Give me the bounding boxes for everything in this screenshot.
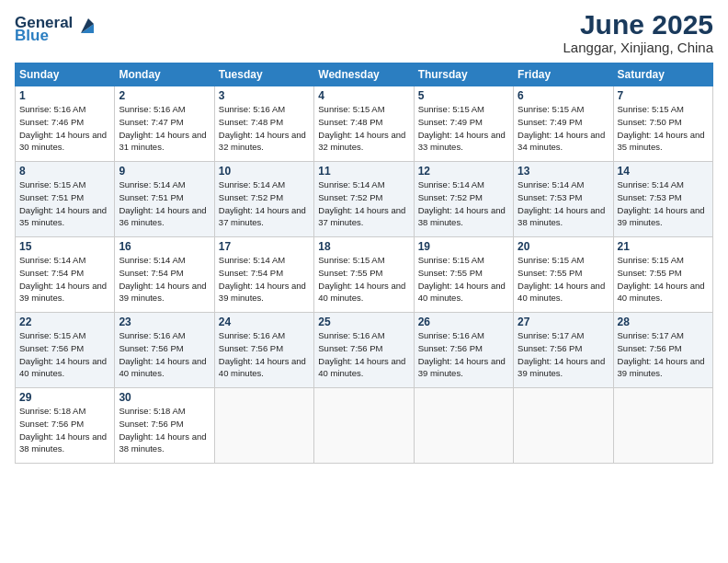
day-number: 27 (518, 316, 609, 328)
calendar-week-1: 1 Sunrise: 5:16 AMSunset: 7:46 PMDayligh… (16, 86, 713, 162)
calendar-cell (613, 388, 712, 464)
calendar-cell: 11 Sunrise: 5:14 AMSunset: 7:52 PMDaylig… (314, 162, 414, 237)
day-number: 17 (219, 240, 310, 253)
day-info: Sunrise: 5:15 AMSunset: 7:55 PMDaylight:… (418, 255, 506, 303)
day-info: Sunrise: 5:14 AMSunset: 7:54 PMDaylight:… (219, 255, 306, 303)
calendar-week-4: 22 Sunrise: 5:15 AMSunset: 7:56 PMDaylig… (16, 313, 713, 388)
day-number: 15 (19, 240, 110, 253)
svg-text:Blue: Blue (15, 27, 49, 42)
day-number: 6 (518, 89, 609, 102)
header: General Blue June 2025 Langgar, Xinjiang… (15, 9, 713, 55)
calendar-cell: 23 Sunrise: 5:16 AMSunset: 7:56 PMDaylig… (115, 313, 214, 388)
calendar-cell: 2 Sunrise: 5:16 AMSunset: 7:47 PMDayligh… (115, 86, 214, 162)
day-number: 5 (418, 89, 509, 102)
calendar-cell: 8 Sunrise: 5:15 AMSunset: 7:51 PMDayligh… (16, 162, 115, 237)
calendar-cell: 16 Sunrise: 5:14 AMSunset: 7:54 PMDaylig… (115, 237, 214, 313)
calendar-week-5: 29 Sunrise: 5:18 AMSunset: 7:56 PMDaylig… (16, 388, 713, 464)
day-info: Sunrise: 5:14 AMSunset: 7:52 PMDaylight:… (418, 179, 506, 227)
day-number: 10 (219, 165, 310, 178)
calendar-cell: 22 Sunrise: 5:15 AMSunset: 7:56 PMDaylig… (16, 313, 115, 388)
day-number: 9 (119, 165, 210, 178)
day-info: Sunrise: 5:14 AMSunset: 7:52 PMDaylight:… (318, 179, 405, 227)
calendar-cell: 26 Sunrise: 5:16 AMSunset: 7:56 PMDaylig… (414, 313, 513, 388)
calendar-cell: 10 Sunrise: 5:14 AMSunset: 7:52 PMDaylig… (214, 162, 313, 237)
day-number: 16 (119, 240, 210, 253)
calendar-cell: 25 Sunrise: 5:16 AMSunset: 7:56 PMDaylig… (314, 313, 414, 388)
calendar-cell: 12 Sunrise: 5:14 AMSunset: 7:52 PMDaylig… (414, 162, 513, 237)
day-number: 4 (318, 89, 409, 102)
day-number: 21 (618, 240, 709, 253)
day-info: Sunrise: 5:18 AMSunset: 7:56 PMDaylight:… (19, 406, 107, 454)
calendar-cell: 30 Sunrise: 5:18 AMSunset: 7:56 PMDaylig… (115, 388, 214, 464)
calendar-subtitle: Langgar, Xinjiang, China (563, 40, 713, 55)
logo-general: General Blue (15, 9, 97, 47)
day-number: 1 (19, 89, 110, 102)
title-block: June 2025 Langgar, Xinjiang, China (563, 9, 713, 55)
calendar-table: Sunday Monday Tuesday Wednesday Thursday… (15, 63, 713, 464)
day-number: 29 (19, 391, 110, 404)
calendar-cell: 24 Sunrise: 5:16 AMSunset: 7:56 PMDaylig… (214, 313, 313, 388)
day-info: Sunrise: 5:16 AMSunset: 7:48 PMDaylight:… (219, 104, 306, 152)
day-info: Sunrise: 5:16 AMSunset: 7:56 PMDaylight:… (219, 330, 306, 378)
calendar-cell: 15 Sunrise: 5:14 AMSunset: 7:54 PMDaylig… (16, 237, 115, 313)
col-sunday: Sunday (16, 63, 115, 86)
header-row: Sunday Monday Tuesday Wednesday Thursday… (16, 63, 713, 86)
day-info: Sunrise: 5:14 AMSunset: 7:52 PMDaylight:… (219, 179, 306, 227)
day-info: Sunrise: 5:15 AMSunset: 7:55 PMDaylight:… (618, 255, 705, 303)
col-saturday: Saturday (613, 63, 712, 86)
day-number: 14 (618, 165, 709, 178)
day-number: 28 (618, 316, 709, 328)
day-info: Sunrise: 5:15 AMSunset: 7:56 PMDaylight:… (19, 330, 107, 378)
day-info: Sunrise: 5:16 AMSunset: 7:46 PMDaylight:… (19, 104, 107, 152)
day-number: 2 (119, 89, 210, 102)
calendar-week-3: 15 Sunrise: 5:14 AMSunset: 7:54 PMDaylig… (16, 237, 713, 313)
day-info: Sunrise: 5:16 AMSunset: 7:56 PMDaylight:… (318, 330, 405, 378)
day-info: Sunrise: 5:16 AMSunset: 7:56 PMDaylight:… (119, 330, 206, 378)
day-info: Sunrise: 5:14 AMSunset: 7:51 PMDaylight:… (119, 179, 206, 227)
calendar-cell: 29 Sunrise: 5:18 AMSunset: 7:56 PMDaylig… (16, 388, 115, 464)
calendar-week-2: 8 Sunrise: 5:15 AMSunset: 7:51 PMDayligh… (16, 162, 713, 237)
calendar-cell: 17 Sunrise: 5:14 AMSunset: 7:54 PMDaylig… (214, 237, 313, 313)
logo: General Blue (15, 9, 97, 47)
day-number: 22 (19, 316, 110, 328)
day-info: Sunrise: 5:15 AMSunset: 7:55 PMDaylight:… (318, 255, 405, 303)
calendar-cell: 7 Sunrise: 5:15 AMSunset: 7:50 PMDayligh… (613, 86, 712, 162)
col-tuesday: Tuesday (214, 63, 313, 86)
calendar-title: June 2025 (563, 9, 713, 40)
day-info: Sunrise: 5:16 AMSunset: 7:47 PMDaylight:… (119, 104, 206, 152)
day-number: 13 (518, 165, 609, 178)
day-info: Sunrise: 5:15 AMSunset: 7:48 PMDaylight:… (318, 104, 405, 152)
day-info: Sunrise: 5:15 AMSunset: 7:49 PMDaylight:… (418, 104, 506, 152)
day-number: 30 (119, 391, 210, 404)
day-info: Sunrise: 5:15 AMSunset: 7:55 PMDaylight:… (518, 255, 605, 303)
day-info: Sunrise: 5:14 AMSunset: 7:54 PMDaylight:… (119, 255, 206, 303)
day-info: Sunrise: 5:14 AMSunset: 7:53 PMDaylight:… (618, 179, 705, 227)
day-number: 26 (418, 316, 509, 328)
calendar-cell: 28 Sunrise: 5:17 AMSunset: 7:56 PMDaylig… (613, 313, 712, 388)
calendar-cell: 5 Sunrise: 5:15 AMSunset: 7:49 PMDayligh… (414, 86, 513, 162)
calendar-cell: 19 Sunrise: 5:15 AMSunset: 7:55 PMDaylig… (414, 237, 513, 313)
calendar-cell: 6 Sunrise: 5:15 AMSunset: 7:49 PMDayligh… (514, 86, 613, 162)
calendar-cell: 1 Sunrise: 5:16 AMSunset: 7:46 PMDayligh… (16, 86, 115, 162)
col-thursday: Thursday (414, 63, 513, 86)
day-number: 8 (19, 165, 110, 178)
day-info: Sunrise: 5:17 AMSunset: 7:56 PMDaylight:… (618, 330, 705, 378)
calendar-page: General Blue June 2025 Langgar, Xinjiang… (0, 0, 728, 563)
day-info: Sunrise: 5:14 AMSunset: 7:53 PMDaylight:… (518, 179, 605, 227)
day-number: 3 (219, 89, 310, 102)
calendar-cell: 9 Sunrise: 5:14 AMSunset: 7:51 PMDayligh… (115, 162, 214, 237)
day-info: Sunrise: 5:15 AMSunset: 7:50 PMDaylight:… (618, 104, 705, 152)
day-number: 24 (219, 316, 310, 328)
calendar-cell (314, 388, 414, 464)
calendar-cell (514, 388, 613, 464)
day-info: Sunrise: 5:15 AMSunset: 7:51 PMDaylight:… (19, 179, 107, 227)
day-number: 25 (318, 316, 409, 328)
calendar-cell: 4 Sunrise: 5:15 AMSunset: 7:48 PMDayligh… (314, 86, 414, 162)
calendar-cell: 14 Sunrise: 5:14 AMSunset: 7:53 PMDaylig… (613, 162, 712, 237)
day-info: Sunrise: 5:18 AMSunset: 7:56 PMDaylight:… (119, 406, 206, 454)
day-info: Sunrise: 5:16 AMSunset: 7:56 PMDaylight:… (418, 330, 506, 378)
calendar-cell: 3 Sunrise: 5:16 AMSunset: 7:48 PMDayligh… (214, 86, 313, 162)
calendar-cell (214, 388, 313, 464)
col-monday: Monday (115, 63, 214, 86)
calendar-cell: 27 Sunrise: 5:17 AMSunset: 7:56 PMDaylig… (514, 313, 613, 388)
